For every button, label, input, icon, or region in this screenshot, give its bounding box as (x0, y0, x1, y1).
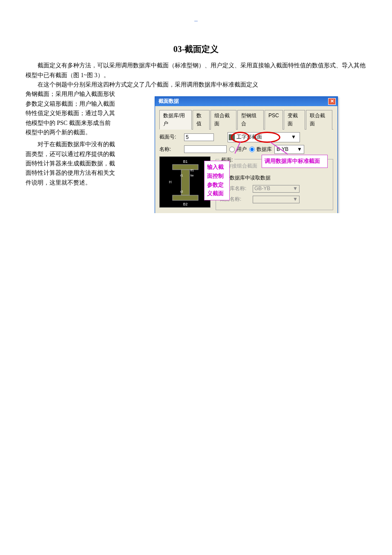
tab-steel-comp[interactable]: 型钢组合 (237, 110, 264, 130)
section-shape-select[interactable]: 工字形截面 ▼ (228, 132, 300, 142)
db-code-select[interactable]: B-YB▼ (274, 145, 304, 154)
close-icon[interactable]: ✕ (328, 98, 336, 105)
svg-rect-2 (173, 195, 198, 200)
section-shape-label: 工字形截面 (236, 133, 262, 141)
svg-text:tf1: tf1 (190, 168, 194, 172)
svg-rect-0 (173, 165, 198, 170)
name-label: 名称: (159, 145, 182, 153)
tab-joint[interactable]: 联合截面 (306, 110, 332, 130)
section-no-label: 截面号: (159, 133, 182, 141)
body-para-1: 截面定义有多种方法，可以采用调用数据库中截面（标准型钢）、用户定义、采用直接输入… (26, 61, 366, 80)
svg-text:r2: r2 (180, 190, 183, 194)
dialog1-title: 截面数据 (159, 97, 179, 105)
tab-value[interactable]: 数值 (193, 110, 210, 130)
body-para-2a: 在这个例题中分别采用这四种方式定义了几个截面，采用调用数据库中标准截面定义 (26, 80, 366, 90)
svg-text:H: H (169, 180, 172, 184)
read-db-heading: 从钢数据库中读取数据 (219, 174, 329, 182)
svg-text:B2: B2 (183, 202, 188, 206)
tab-composite[interactable]: 组合截面 (210, 110, 237, 130)
db-name-select: GB-YB▼ (253, 185, 300, 193)
radio-database[interactable]: 数据库 (249, 145, 272, 153)
body-para-3: 对于在截面数据库中没有的截面类型，还可以通过程序提供的截面特性计算器来生成截面数… (26, 140, 115, 188)
section-no-input[interactable] (184, 133, 214, 141)
tab-psc[interactable]: PSC (265, 110, 283, 130)
doc-title: 03-截面定义 (26, 42, 366, 56)
annotation-user-input: 输入截面控制参数定义截面 (204, 161, 230, 200)
annotation-database: 调用数据库中标准截面 (262, 155, 328, 168)
page-top-marker: -- (26, 17, 366, 25)
tab-tapered[interactable]: 变截面 (284, 110, 306, 130)
tab-db-user[interactable]: 数据库/用户 (159, 110, 192, 130)
secname-select: ▼ (253, 196, 300, 203)
body-para-2b: 角钢截面；采用用户输入截面形状参数定义箱形截面；用户输入截面特性值定义矩形截面；… (26, 90, 115, 137)
svg-text:B1: B1 (183, 159, 188, 164)
svg-text:tw: tw (190, 173, 194, 177)
dialog-section-data-db: 截面数据 ✕ 数据库/用户 数值 组合截面 型钢组合 PSC 变截面 联合截面 … (155, 96, 338, 213)
dialog1-tabs: 数据库/用户 数值 组合截面 型钢组合 PSC 变截面 联合截面 (159, 110, 333, 130)
name-input[interactable] (184, 145, 227, 153)
svg-text:r1: r1 (180, 173, 183, 177)
section-preview: B1 B2 H tw tf1 r1 r2 (159, 156, 210, 208)
